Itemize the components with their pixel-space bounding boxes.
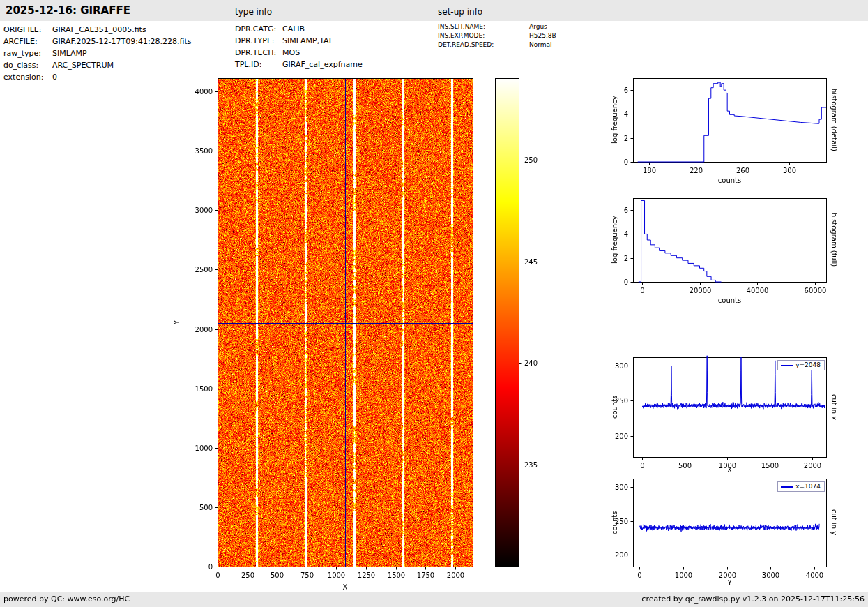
footer-created-by: created by qc_rawdisp.py v1.2.3 on 2025-… (641, 594, 865, 604)
histogram-detail-side-label: histogram (detail) (828, 78, 838, 162)
histogram-full-xaxis-label: counts (633, 297, 826, 304)
metadata-label: DET.READ.SPEED: (438, 40, 529, 50)
cut-in-y-yaxis-label: counts (611, 479, 620, 567)
metadata-label: DPR.CATG: (235, 23, 282, 35)
metadata-label: TPL.ID: (235, 59, 282, 70)
cut-in-x-legend-label: y=2048 (795, 361, 821, 369)
metadata-value: 0 (52, 73, 57, 82)
metadata-value: Argus (529, 23, 547, 30)
metadata-label: DPR.TYPE: (235, 35, 282, 47)
metadata-label: DPR.TECH: (235, 47, 282, 59)
metadata-label: INS.EXP.MODE: (438, 31, 529, 40)
metadata-row: extension:0 (3, 71, 192, 83)
detector-image-plot (174, 70, 502, 600)
histogram-detail-yaxis-label: log frequency (611, 78, 620, 162)
colorbar (492, 70, 555, 600)
legend-line-icon (781, 365, 793, 366)
metadata-value: H525.8B (529, 32, 556, 39)
metadata-value: CALIB (282, 24, 305, 33)
file-metadata-block: ORIGFILE:GIRAF_CAL351_0005.fits ARCFILE:… (3, 24, 192, 83)
legend-line-icon (781, 486, 793, 488)
metadata-label: extension: (3, 71, 52, 83)
footer-qc-link: powered by QC: www.eso.org/HC (3, 594, 130, 604)
metadata-row: DPR.TYPE:SIMLAMP,TAL (235, 35, 363, 47)
metadata-value: Normal (529, 41, 552, 48)
detector-xaxis-label: X (218, 583, 473, 591)
metadata-label: ORIGFILE: (3, 24, 52, 36)
cut-in-y-xaxis-label: Y (633, 579, 826, 587)
metadata-value: GIRAF_cal_expfname (282, 60, 363, 69)
metadata-value: SIMLAMP (52, 49, 87, 58)
histogram-detail-xaxis-label: counts (633, 177, 826, 184)
histogram-detail-plot (597, 68, 862, 188)
metadata-row: TPL.ID:GIRAF_cal_expfname (235, 59, 363, 70)
setup-info-heading: set-up info (438, 7, 482, 17)
metadata-row: DPR.TECH:MOS (235, 47, 363, 59)
header-bar: 2025-12-16: GIRAFFE type info set-up inf… (0, 0, 868, 21)
type-info-heading: type info (235, 7, 272, 17)
metadata-row: raw_type:SIMLAMP (3, 47, 192, 59)
metadata-value: ARC_SPECTRUM (52, 61, 114, 70)
cut-in-y-legend: x=1074 (777, 481, 825, 492)
metadata-label: raw_type: (3, 47, 52, 59)
metadata-value: GIRAF_CAL351_0005.fits (52, 25, 146, 34)
cut-in-y-legend-label: x=1074 (795, 483, 821, 490)
cut-in-y-side-label: cut in y (828, 479, 838, 567)
metadata-label: INS.SLIT.NAME: (438, 22, 529, 31)
footer-bar: powered by QC: www.eso.org/HC created by… (0, 592, 868, 607)
metadata-label: do_class: (3, 59, 52, 71)
page-title: 2025-12-16: GIRAFFE (6, 4, 130, 17)
metadata-row: ORIGFILE:GIRAF_CAL351_0005.fits (3, 24, 192, 36)
metadata-row: INS.SLIT.NAME:Argus (438, 22, 556, 31)
metadata-value: MOS (282, 48, 300, 57)
type-info-block: DPR.CATG:CALIB DPR.TYPE:SIMLAMP,TAL DPR.… (235, 23, 363, 70)
metadata-row: DET.READ.SPEED:Normal (438, 40, 556, 50)
histogram-full-yaxis-label: log frequency (611, 198, 620, 282)
cut-in-x-xaxis-label: X (633, 466, 826, 474)
histogram-full-plot (597, 188, 862, 308)
detector-yaxis-label: Y (173, 78, 183, 567)
metadata-label: ARCFILE: (3, 36, 52, 47)
cut-in-x-side-label: cut in x (828, 357, 838, 457)
cut-in-x-yaxis-label: counts (611, 357, 620, 457)
histogram-full-side-label: histogram (full) (828, 198, 838, 282)
metadata-value: GIRAF.2025-12-17T09:41:28.228.fits (52, 37, 192, 46)
metadata-row: DPR.CATG:CALIB (235, 23, 363, 35)
metadata-row: do_class:ARC_SPECTRUM (3, 59, 192, 71)
cut-in-x-legend: y=2048 (777, 360, 825, 370)
metadata-row: INS.EXP.MODE:H525.8B (438, 31, 556, 40)
metadata-value: SIMLAMP,TAL (282, 36, 333, 45)
metadata-row: ARCFILE:GIRAF.2025-12-17T09:41:28.228.fi… (3, 36, 192, 47)
setup-info-block: INS.SLIT.NAME:Argus INS.EXP.MODE:H525.8B… (438, 22, 556, 50)
